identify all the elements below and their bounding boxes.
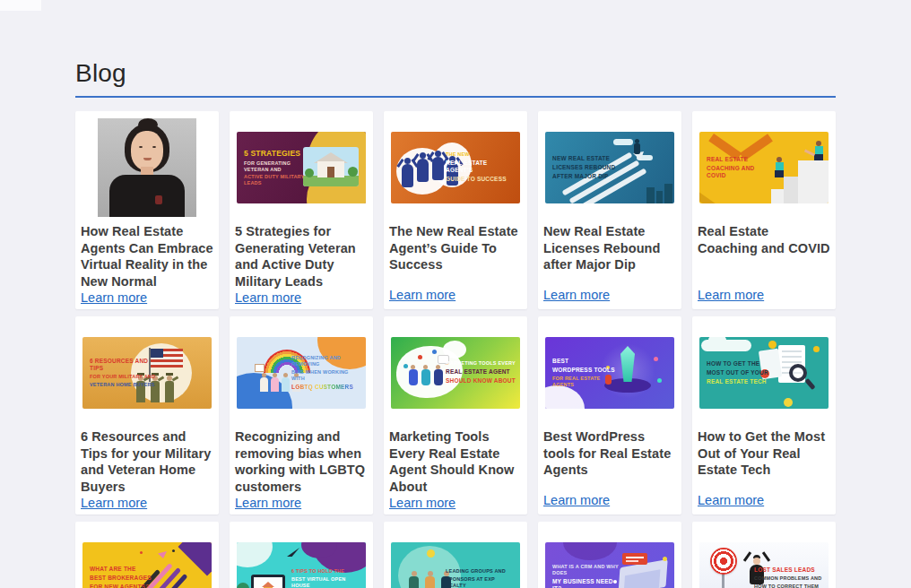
banner-line: LGBTQ CUSTOMERS [291, 384, 361, 391]
cloud [237, 542, 273, 567]
blog-card: 6 TIPS TO HOLD THEBEST VIRTUAL OPEN HOUS… [230, 522, 373, 588]
lightbulb [427, 549, 435, 558]
learn-more-link[interactable]: Learn more [81, 495, 213, 512]
dot [140, 551, 143, 554]
cloud [613, 139, 633, 145]
thumb-real-estate-tech[interactable]: HOW TO GET THEMOST OUT OF YOURREAL ESTAT… [699, 337, 829, 409]
blog-cards-grid: How Real Estate Agents Can Embrace Virtu… [75, 111, 836, 588]
card-title: Recognizing and removing bias when worki… [235, 428, 368, 495]
thumb-lgbtq-bias[interactable]: RECOGNIZING AND REMOVINGBIAS WHEN WORKIN… [237, 337, 366, 409]
person-head [404, 158, 411, 164]
blog-card: LOST SALES LEADSCOMMON PROBLEMS ANDHOW T… [692, 522, 836, 588]
banner-line: BEST BROKERAGES [90, 575, 158, 582]
learn-more-link[interactable]: Learn more [389, 287, 522, 304]
blog-card: NEW REAL ESTATELICENSES REBOUNDAFTER MAJ… [538, 111, 681, 309]
person-torso [776, 162, 784, 170]
chevron [699, 190, 716, 203]
banner-text: 6 RESOURCES AND TIPSFOR YOUR MILITARY AN… [90, 358, 158, 388]
banner-line: REAL ESTATE AGENT [446, 368, 516, 376]
learn-more-link[interactable]: Learn more [235, 290, 368, 307]
stair-step [798, 160, 829, 203]
shirt-logo [155, 195, 162, 204]
learn-more-link[interactable]: Learn more [543, 287, 676, 304]
building [664, 184, 672, 203]
paper-plane [287, 548, 299, 557]
banner-line: HOW TO GET THE [707, 360, 775, 368]
banner-line: 6 RESOURCES AND TIPS [90, 358, 158, 372]
banner-text: WHAT IS A CRM AND WHY DOESMY BUSINESS NE… [552, 564, 620, 588]
banner-text: WHAT ARE THEBEST BROKERAGESFOR NEW AGENT… [90, 566, 158, 588]
person-skirt [775, 170, 784, 177]
card-thumbnail-box: RECOGNIZING AND REMOVINGBIAS WHEN WORKIN… [235, 322, 368, 424]
learn-more-link[interactable]: Learn more [543, 492, 676, 509]
banner-line: MOST OUT OF YOUR [707, 369, 775, 376]
banner-line: SPONSORS AT EXP REALTY [446, 576, 516, 588]
eye [139, 146, 143, 148]
banner-line: RECOGNIZING AND REMOVING [291, 355, 361, 368]
thumb-new-agent-guide[interactable]: THE NEWREAL ESTATE AGENT’SGUIDE TO SUCCE… [391, 132, 520, 203]
thumb-best-brokerages[interactable]: WHAT ARE THEBEST BROKERAGESFOR NEW AGENT… [82, 542, 212, 588]
card-title: 5 Strategies for Generating Veteran and … [235, 223, 368, 290]
card-title: Best WordPress tools for Real Estate Age… [543, 428, 676, 479]
arm [743, 551, 751, 562]
banner-text: 6 TIPS TO HOLD THEBEST VIRTUAL OPEN HOUS… [291, 568, 361, 588]
person-torso [815, 146, 823, 154]
banner-line: FOR NEW AGENTS? [90, 584, 158, 588]
thumb-what-is-crm[interactable]: WHAT IS A CRM AND WHY DOESMY BUSINESS NE… [545, 542, 674, 588]
learn-more-link[interactable]: Learn more [81, 290, 213, 307]
banner-text: LEADING GROUPS ANDSPONSORS AT EXP REALTY [446, 568, 516, 588]
banner-line: THE NEW [446, 151, 516, 158]
banner-line: WHAT IS A CRM AND WHY DOES [552, 564, 620, 576]
thumb-lost-sales-leads[interactable]: LOST SALES LEADSCOMMON PROBLEMS ANDHOW T… [699, 542, 829, 588]
banner-line: NEW REAL ESTATE [552, 155, 620, 162]
learn-more-link[interactable]: Learn more [235, 495, 368, 512]
thumb-virtual-reality-portrait[interactable] [98, 118, 196, 217]
sparkle [657, 378, 662, 383]
person-skirt [814, 154, 823, 160]
banner-text: HOW TO GET THEMOST OUT OF YOURREAL ESTAT… [707, 360, 775, 385]
thumb-military-home-buyers[interactable]: 6 RESOURCES AND TIPSFOR YOUR MILITARY AN… [82, 337, 212, 409]
blog-card: WHAT ARE THEBEST BROKERAGESFOR NEW AGENT… [75, 522, 219, 588]
card-thumbnail-box: BESTWORDPRESS TOOLSFOR REAL ESTATE AGENT… [543, 322, 676, 424]
thumb-leading-groups-exp[interactable]: LEADING GROUPS ANDSPONSORS AT EXP REALTY [391, 542, 520, 588]
card-thumbnail-box: HOW TO GET THEMOST OUT OF YOURREAL ESTAT… [698, 322, 830, 424]
banner-line: GUIDE TO SUCCESS [446, 177, 516, 184]
magnifier-handle [804, 378, 815, 390]
blog-card: RECOGNIZING AND REMOVINGBIAS WHEN WORKIN… [230, 316, 373, 514]
stair-step [771, 189, 784, 203]
person [434, 369, 443, 385]
learn-more-link[interactable]: Learn more [698, 287, 830, 304]
learn-more-link[interactable]: Learn more [389, 495, 522, 512]
sparkle [654, 357, 658, 361]
card-thumbnail-box: LEADING GROUPS ANDSPONSORS AT EXP REALTY [389, 527, 522, 588]
stair-step [784, 177, 798, 203]
blog-card: WHAT IS A CRM AND WHY DOESMY BUSINESS NE… [538, 522, 681, 588]
person [409, 576, 419, 588]
arrow-head [158, 551, 167, 558]
card-thumbnail-box: 6 RESOURCES AND TIPSFOR YOUR MILITARY AN… [81, 322, 213, 424]
shirt [109, 175, 185, 217]
thumb-coaching-covid[interactable]: REAL ESTATECOACHING AND COVID [699, 132, 829, 203]
banner-text: MARKETING TOOLS EVERYREAL ESTATE AGENTSH… [446, 360, 516, 385]
lightbulb [784, 398, 793, 407]
banner-line: WHAT ARE THE [90, 566, 158, 573]
card-thumbnail-box: LOST SALES LEADSCOMMON PROBLEMS ANDHOW T… [698, 527, 830, 588]
thumb-5-strategies-military-leads[interactable]: 5 STRATEGIESFOR GENERATING VETERAN ANDAC… [237, 132, 366, 203]
person [421, 369, 430, 385]
card-thumbnail-box [81, 117, 213, 219]
thumb-wordpress-tools[interactable]: BESTWORDPRESS TOOLSFOR REAL ESTATE AGENT… [545, 337, 674, 409]
thumb-virtual-open-house[interactable]: 6 TIPS TO HOLD THEBEST VIRTUAL OPEN HOUS… [237, 542, 366, 588]
learn-more-link[interactable]: Learn more [698, 492, 830, 509]
thumb-licenses-rebound[interactable]: NEW REAL ESTATELICENSES REBOUNDAFTER MAJ… [545, 132, 674, 203]
card-title: New Real Estate Licenses Rebound after M… [543, 223, 676, 273]
dot [172, 549, 175, 552]
thumb-marketing-tools[interactable]: MARKETING TOOLS EVERYREAL ESTATE AGENTSH… [391, 337, 520, 409]
banner-line: FOR GENERATING VETERAN AND [244, 160, 312, 173]
building [656, 191, 663, 203]
banner-text: THE NEWREAL ESTATE AGENT’SGUIDE TO SUCCE… [446, 151, 516, 183]
shade-blob [563, 542, 617, 560]
target-icon [710, 548, 737, 575]
coin [768, 341, 777, 349]
blog-card: MARKETING TOOLS EVERYREAL ESTATE AGENTSH… [384, 316, 527, 514]
banner-line: ACTIVE DUTY MILITARY LEADS [244, 174, 312, 186]
